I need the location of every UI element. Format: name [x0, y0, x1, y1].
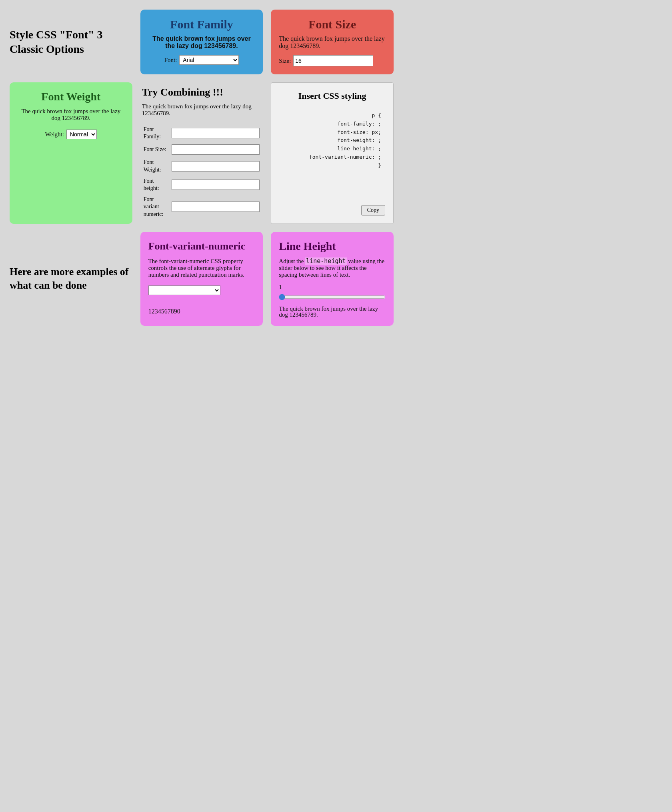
font-weight-card: Font Weight The quick brown fox jumps ov… — [10, 82, 132, 224]
field-label-font-height: Font height: — [142, 176, 170, 194]
more-examples-title: Here are more examples of what can be do… — [10, 265, 132, 292]
font-family-field-row: Font: Arial Times New Roman Courier New … — [148, 55, 255, 65]
field-label-font-size: Font Size: — [142, 142, 170, 157]
copy-button[interactable]: Copy — [361, 205, 385, 215]
table-row: Font Weight: — [142, 157, 262, 175]
font-weight-select[interactable]: Normal Bold Bolder Lighter 100 200 300 4… — [66, 130, 97, 139]
font-family-label: Font: — [164, 57, 177, 64]
combining-heading: Try Combining !!! — [142, 86, 262, 98]
css-insert-card: Insert CSS styling p { font-family: ; fo… — [271, 82, 394, 224]
line-height-card: Line Height Adjust the line-height value… — [271, 232, 394, 326]
line-height-description: Adjust the line-height value using the s… — [279, 257, 386, 278]
font-size-input[interactable] — [293, 55, 373, 66]
field-label-font-weight: Font Weight: — [142, 157, 170, 175]
font-family-card: Font Family The quick brown fox jumps ov… — [140, 10, 263, 74]
line-height-sample: The quick brown fox jumps over the lazy … — [279, 306, 386, 318]
row-1: Style CSS "Font" 3 Classic Options Font … — [10, 10, 394, 74]
font-family-select[interactable]: Arial Times New Roman Courier New Verdan… — [179, 55, 239, 65]
combining-font-weight-input[interactable] — [172, 161, 260, 172]
line-height-heading: Line Height — [279, 240, 386, 253]
combining-sample: The quick brown fox jumps over the lazy … — [142, 103, 262, 117]
font-size-heading: Font Size — [279, 18, 386, 31]
line-height-slider[interactable] — [279, 294, 386, 300]
font-variant-numbers: 1234567890 — [148, 308, 255, 315]
font-size-card: Font Size The quick brown fox jumps over… — [271, 10, 394, 74]
title-cell: Style CSS "Font" 3 Classic Options — [10, 10, 132, 74]
slider-value-display: 1 — [279, 284, 386, 291]
font-family-heading: Font Family — [148, 18, 255, 31]
css-code-display: p { font-family: ; font-size: px; font-w… — [279, 108, 385, 199]
font-variant-select[interactable]: normal ordinal slashed-zero lining-nums … — [148, 285, 220, 295]
combining-font-height-input[interactable] — [172, 180, 260, 190]
font-family-sample: The quick brown fox jumps over the lazy … — [148, 35, 255, 50]
table-row: Font height: — [142, 176, 262, 194]
combining-font-family-input[interactable] — [172, 128, 260, 138]
font-weight-field-row: Weight: Normal Bold Bolder Lighter 100 2… — [18, 130, 124, 139]
font-weight-label: Weight: — [45, 131, 64, 138]
font-weight-heading: Font Weight — [18, 90, 124, 103]
row-2: Font Weight The quick brown fox jumps ov… — [10, 82, 394, 224]
line-height-code: line-height — [305, 257, 346, 265]
combining-font-variant-input[interactable] — [172, 202, 260, 212]
field-label-font-family: Font Family: — [142, 124, 170, 142]
combining-form: Font Family: Font Size: Font Weight: Fon… — [142, 124, 262, 220]
font-variant-field-row: normal ordinal slashed-zero lining-nums … — [148, 285, 255, 295]
row-3: Here are more examples of what can be do… — [10, 232, 394, 326]
css-insert-heading: Insert CSS styling — [279, 91, 385, 101]
combining-card: Try Combining !!! The quick brown fox ju… — [140, 82, 263, 224]
font-size-sample: The quick brown fox jumps over the lazy … — [279, 35, 386, 50]
combining-font-size-input[interactable] — [172, 144, 260, 155]
table-row: Font Family: — [142, 124, 262, 142]
font-size-label: Size: — [279, 58, 291, 64]
font-variant-heading: Font-variant-numeric — [148, 240, 255, 252]
font-size-field-row: Size: — [279, 55, 386, 66]
copy-btn-row: Copy — [279, 205, 385, 215]
table-row: Font variant numeric: — [142, 194, 262, 220]
table-row: Font Size: — [142, 142, 262, 157]
more-examples-cell: Here are more examples of what can be do… — [10, 232, 132, 326]
field-label-font-variant-numeric: Font variant numeric: — [142, 194, 170, 220]
font-weight-sample: The quick brown fox jumps over the lazy … — [18, 108, 124, 122]
font-variant-card: Font-variant-numeric The font-variant-nu… — [140, 232, 263, 326]
font-variant-description: The font-variant-numeric CSS property co… — [148, 258, 255, 278]
page-title: Style CSS "Font" 3 Classic Options — [10, 28, 132, 57]
